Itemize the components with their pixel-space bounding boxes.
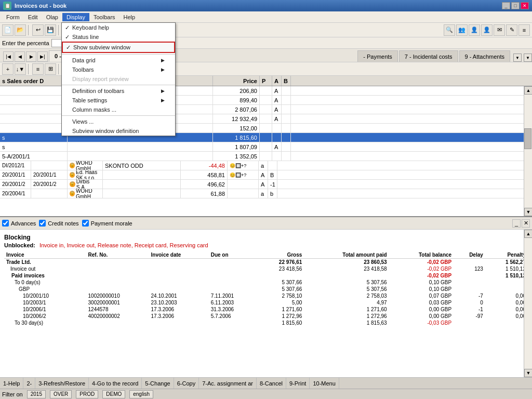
menu-opt-col-masks[interactable]: Column masks ... xyxy=(62,105,175,114)
detail-delay: -7 xyxy=(454,292,485,299)
toolbar-open[interactable]: 📂 xyxy=(15,24,26,36)
minimize-button[interactable]: _ xyxy=(502,2,510,9)
credit-notes-checkbox[interactable] xyxy=(39,220,46,227)
to0-row[interactable]: To 0 day(s) 5 307,66 5 307,56 0,10 GBP xyxy=(4,279,528,286)
subview-minimize[interactable]: _ xyxy=(512,219,521,228)
menu-form[interactable]: Form xyxy=(2,13,24,21)
table-row[interactable]: 20/2004/1 🔒 WORD GmbH 61,88 a b xyxy=(0,189,532,198)
table-row[interactable]: 5-A/2001/1 1 352,05 xyxy=(0,152,532,161)
toolbar-find1[interactable]: 🔍 xyxy=(444,24,455,36)
scroll-thumb[interactable] xyxy=(524,128,531,149)
paid-invoices-row[interactable]: Paid invoices -0,02 GBP 1 510,12 xyxy=(4,272,528,279)
sv-scroll-up[interactable]: ▲ xyxy=(524,230,532,238)
paid-inv-balance: -0,02 GBP xyxy=(389,272,454,279)
inv-out-total: 23 418,58 xyxy=(304,265,389,272)
cell-desc3 xyxy=(103,180,181,189)
scroll-up[interactable]: ▲ xyxy=(524,86,532,95)
tab-dropdown2[interactable]: ▼ xyxy=(524,54,532,62)
tab-nav-last[interactable]: ▶| xyxy=(37,51,48,62)
f8-cancel[interactable]: 8-Cancel xyxy=(257,378,286,389)
to30-row[interactable]: To 30 day(s) 1 815,60 1 815,63 -0,03 GBP xyxy=(4,320,528,326)
sv-scroll-track[interactable] xyxy=(524,238,532,369)
f2[interactable]: 2- xyxy=(23,378,35,389)
toolbar2-add[interactable]: + xyxy=(2,63,14,75)
f10-menu[interactable]: 10-Menu xyxy=(310,378,339,389)
tab-nav-prev[interactable]: ◀ xyxy=(15,51,25,62)
display-menu[interactable]: Keyboard help Status line Show subview w… xyxy=(61,22,176,136)
f5-change[interactable]: 5-Change xyxy=(142,378,174,389)
toolbar2-list[interactable]: ≡ xyxy=(32,63,44,75)
tab-payment-morale[interactable]: Payment morale xyxy=(82,220,132,227)
menu-opt-toolbars[interactable]: Toolbars ▶ xyxy=(62,65,175,74)
payment-morale-checkbox[interactable] xyxy=(82,220,89,227)
cell-p xyxy=(260,152,272,161)
detail-row[interactable]: 10/2006/2 40020000002 17.3.2006 5.7.2006… xyxy=(4,313,528,320)
detail-penalty: 0,00 xyxy=(485,306,528,313)
toolbar-list[interactable]: ≡ xyxy=(518,24,530,36)
toolbar-mail[interactable]: ✉ xyxy=(494,24,505,36)
toolbar-find2[interactable]: 👥 xyxy=(456,24,468,36)
sv-scroll-down[interactable]: ▼ xyxy=(524,369,532,377)
f4-goto[interactable]: 4-Go to the record xyxy=(89,378,142,389)
subview-vscroll[interactable]: ▲ ▼ xyxy=(524,230,532,377)
menu-opt-table-settings[interactable]: Table settings ▶ xyxy=(62,96,175,105)
menu-opt-keyboard-help[interactable]: Keyboard help xyxy=(62,23,175,32)
menu-opt-views[interactable]: Views ... xyxy=(62,117,175,126)
restore-button[interactable]: □ xyxy=(511,2,520,9)
menu-opt-status-line[interactable]: Status line xyxy=(62,32,175,42)
toolbar2-arrow[interactable]: ↓▼ xyxy=(15,63,26,75)
toolbar-find4[interactable]: 👤 xyxy=(481,24,493,36)
menu-opt-def-toolbars[interactable]: Definition of toolbars ▶ xyxy=(62,86,175,96)
gbp-gross: 5 307,66 xyxy=(257,286,304,292)
f7-ac[interactable]: 7-Ac. assignment ar xyxy=(199,378,257,389)
detail-row[interactable]: 10/2006/1 1244578 17.3.2006 31.3.2006 1 … xyxy=(4,306,528,313)
menu-olap[interactable]: Olap xyxy=(42,13,62,21)
grid-vscroll[interactable]: ▲ ▼ xyxy=(524,86,532,216)
toolbar-edit2[interactable]: ✎ xyxy=(506,24,517,36)
toolbar-undo[interactable]: ↩ xyxy=(32,24,44,36)
company-balance: -0,02 GBP xyxy=(389,259,454,266)
company-row[interactable]: Trade Ltd. 22 976,61 23 860,53 -0,02 GBP… xyxy=(4,259,528,266)
toolbar-new[interactable]: 📄 xyxy=(2,24,14,36)
toolbar2-grid[interactable]: ⊞ xyxy=(45,63,56,75)
detail-row[interactable]: 10/2001/10 10020000010 24.10.2001 7.11.2… xyxy=(4,292,528,299)
close-button[interactable]: ✕ xyxy=(521,2,529,9)
f9-print[interactable]: 9-Print xyxy=(286,378,310,389)
tab-payments[interactable]: - Payments xyxy=(357,50,398,62)
table-row[interactable]: 20/2001/2 20/2001/2 🔒 Dirbis S.A. 496,62… xyxy=(0,180,532,189)
toolbar-find3[interactable]: 👤 xyxy=(469,24,480,36)
tab-nav-first[interactable]: |◀ xyxy=(3,51,14,62)
gbp-row[interactable]: GBP 5 307,66 5 307,56 0,10 GBP xyxy=(4,286,528,292)
menu-help[interactable]: Help xyxy=(119,13,140,21)
f6-copy[interactable]: 6-Copy xyxy=(174,378,199,389)
menu-opt-show-subview[interactable]: Show subview window xyxy=(62,42,175,53)
tab-attachments[interactable]: 9 - Attachments xyxy=(459,50,510,62)
f3-refresh[interactable]: 3-Refresh/Restore xyxy=(35,378,89,389)
table-row[interactable]: 20/2001/1 20/2001/1 🔒 Ed. Haas SK s.r.o.… xyxy=(0,170,532,180)
cell-price: 206,80 xyxy=(213,86,260,95)
subview-close[interactable]: ✕ xyxy=(522,219,530,228)
tab-advances[interactable]: Advances xyxy=(2,220,36,227)
tab-nav-next[interactable]: ▶ xyxy=(26,51,36,62)
advances-checkbox[interactable] xyxy=(2,220,9,227)
table-row[interactable]: s 1 807,09 A xyxy=(0,142,532,152)
gbp-label: GBP xyxy=(4,286,257,292)
to0-label: To 0 day(s) xyxy=(4,279,257,286)
scroll-down[interactable]: ▼ xyxy=(524,208,532,216)
menu-display[interactable]: Display xyxy=(62,13,89,21)
tab-credit-notes[interactable]: Credit notes xyxy=(39,220,78,227)
menu-edit[interactable]: Edit xyxy=(24,13,42,21)
scroll-track[interactable] xyxy=(524,95,532,208)
menu-toolbars[interactable]: Toolbars xyxy=(89,13,119,21)
f1-help[interactable]: 1-Help xyxy=(0,378,23,389)
tab-incidental[interactable]: 7 - Incidental costs xyxy=(399,50,458,62)
tab-dropdown1[interactable]: ▼ xyxy=(513,54,522,62)
toolbar-save[interactable]: 💾 xyxy=(45,24,56,36)
cell-lock3: 🔒 Dirbis S.A. xyxy=(68,180,103,189)
menu-opt-subview-def[interactable]: Subview window definition xyxy=(62,126,175,136)
toolbar-sep2 xyxy=(58,25,60,35)
invoice-out-row[interactable]: Invoice out 23 418,56 23 418,58 -0,02 GB… xyxy=(4,265,528,272)
detail-row[interactable]: 10/2003/1 30020000001 23.10.2003 6.11.20… xyxy=(4,299,528,306)
menu-opt-data-grid[interactable]: Data grid ▶ xyxy=(62,56,175,65)
table-row[interactable]: DI/2012/1 🔒 WORD GmbH SKONTO ODD -44,48 … xyxy=(0,161,532,170)
